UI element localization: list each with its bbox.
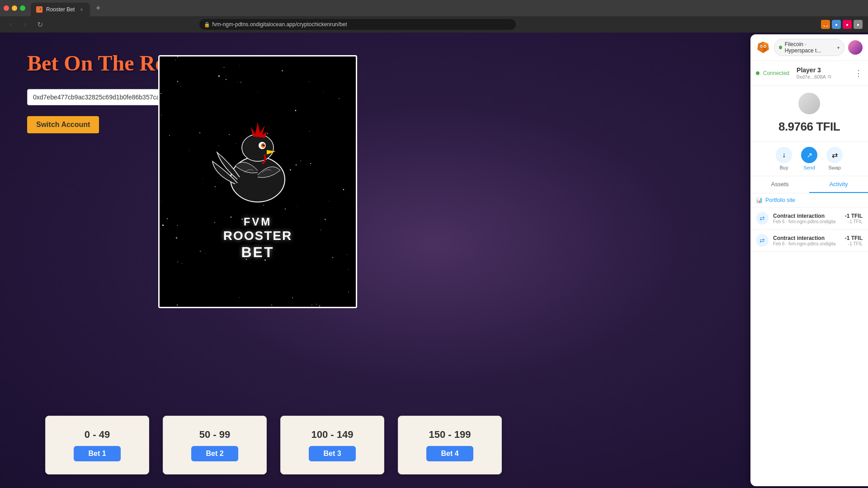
activity-subtitle-1: Feb 6 · fvm-ngm-pdtns.ondigita	[773, 219, 840, 224]
ext-icon-3[interactable]: ●	[854, 20, 863, 29]
list-item: ⇄ Contract interaction Feb 6 · fvm-ngm-p…	[750, 230, 868, 252]
ext-icon-1[interactable]: ●	[832, 20, 841, 29]
buy-icon: ↓	[776, 147, 792, 163]
bet-range-1: 0 - 49	[85, 429, 110, 441]
balance-avatar	[798, 93, 820, 114]
portfolio-link-text: Portfolio site	[765, 197, 795, 203]
bet-range-2: 50 - 99	[199, 429, 231, 441]
connected-label: Connected	[763, 70, 789, 76]
forward-button[interactable]: ›	[20, 19, 31, 30]
account-name: Player 3	[797, 66, 851, 74]
account-options-button[interactable]: ⋮	[854, 68, 863, 78]
page-area: Bet On The Rooster Switch Account	[0, 33, 750, 488]
activity-subtitle-2: Feb 6 · fvm-ngm-pdtns.ondigita	[773, 241, 840, 246]
swap-button[interactable]: ⇄ Swap	[826, 147, 843, 170]
swap-label: Swap	[828, 165, 841, 170]
bet-range-3: 100 - 149	[311, 429, 354, 441]
tab-activity[interactable]: Activity	[809, 176, 868, 193]
page-title: Bet On The Rooster	[27, 51, 723, 75]
reload-button[interactable]: ↻	[34, 19, 45, 30]
activity-list: ⇄ Contract interaction Feb 6 · fvm-ngm-p…	[750, 207, 868, 486]
send-label: Send	[803, 165, 815, 170]
metamask-ext-icon[interactable]: 🦊	[821, 20, 830, 29]
bet-card-1: 0 - 49 Bet 1	[45, 416, 149, 474]
buy-label: Buy	[780, 165, 788, 170]
activity-title-1: Contract interaction	[773, 213, 840, 219]
chart-icon: 📊	[756, 197, 763, 203]
buy-button[interactable]: ↓ Buy	[776, 147, 792, 170]
bet-card-4: 150 - 199 Bet 4	[398, 416, 502, 474]
svg-point-14	[764, 46, 765, 47]
metamask-fox-icon	[756, 40, 770, 55]
bet-button-4[interactable]: Bet 4	[426, 446, 473, 461]
switch-account-button[interactable]: Switch Account	[27, 116, 99, 133]
url-bar[interactable]: 🔒 fvm-ngm-pdtns.ondigitalocean.app/crypt…	[199, 19, 516, 30]
mm-tab-bar: Assets Activity	[750, 176, 868, 193]
network-name: Filecoin · Hyperspace t...	[785, 41, 835, 54]
portfolio-link[interactable]: 📊 Portfolio site	[750, 193, 868, 207]
bet-cards-container: 0 - 49 Bet 1 50 - 99 Bet 2 100 - 149 Bet…	[45, 416, 502, 474]
tab-label: Rooster Bet	[46, 6, 75, 13]
back-button[interactable]: ‹	[5, 19, 16, 30]
bet-button-3[interactable]: Bet 3	[309, 446, 355, 461]
minimize-window-button[interactable]	[12, 5, 17, 11]
main-content: Bet On The Rooster Switch Account	[0, 33, 868, 488]
tab-bar: 🐓 Rooster Bet × +	[0, 0, 868, 16]
ext-icon-2[interactable]: ●	[843, 20, 852, 29]
contract-interaction-icon-2: ⇄	[756, 234, 769, 247]
tab-assets[interactable]: Assets	[750, 176, 809, 193]
network-status-dot	[779, 46, 782, 49]
tab-favicon-icon: 🐓	[36, 6, 42, 13]
svg-point-5	[263, 144, 265, 146]
copy-address-icon[interactable]: ⧉	[828, 74, 831, 80]
address-input-container	[27, 89, 723, 105]
traffic-lights	[4, 5, 25, 11]
metamask-panel: Filecoin · Hyperspace t... ▾ Connected P…	[750, 34, 868, 486]
contract-interaction-icon: ⇄	[756, 212, 769, 225]
activity-info-1: Contract interaction Feb 6 · fvm-ngm-pdt…	[773, 213, 840, 224]
url-text: fvm-ngm-pdtns.ondigitalocean.app/cryptoc…	[212, 21, 347, 28]
account-address: 0xd7e...608A ⧉	[797, 74, 851, 80]
bet-range-4: 150 - 199	[429, 429, 471, 441]
rooster-svg	[208, 103, 307, 211]
svg-point-15	[761, 46, 762, 47]
browser-extensions: 🦊 ● ● ●	[821, 20, 863, 29]
bet-card-3: 100 - 149 Bet 3	[280, 416, 384, 474]
account-avatar-button[interactable]	[848, 40, 863, 55]
connected-dot	[756, 71, 760, 75]
tab-close-button[interactable]: ×	[78, 6, 85, 13]
rooster-image-text: FVM ROOSTER BET	[223, 216, 292, 261]
send-button[interactable]: ↗ Send	[801, 147, 817, 170]
action-buttons: ↓ Buy ↗ Send ⇄ Swap	[750, 141, 868, 176]
maximize-window-button[interactable]	[20, 5, 25, 11]
activity-amount-2: -1 TFIL -1 TFIL	[845, 235, 863, 246]
list-item: ⇄ Contract interaction Feb 6 · fvm-ngm-p…	[750, 207, 868, 230]
active-tab[interactable]: 🐓 Rooster Bet ×	[31, 3, 90, 16]
address-bar: ‹ › ↻ 🔒 fvm-ngm-pdtns.ondigitalocean.app…	[0, 16, 868, 33]
close-window-button[interactable]	[4, 5, 9, 11]
network-selector[interactable]: Filecoin · Hyperspace t... ▾	[774, 39, 844, 56]
bet-card-2: 50 - 99 Bet 2	[163, 416, 267, 474]
swap-icon: ⇄	[826, 147, 843, 163]
bet-button-2[interactable]: Bet 2	[191, 446, 238, 461]
activity-title-2: Contract interaction	[773, 235, 840, 241]
svg-point-6	[264, 144, 264, 145]
browser-chrome: 🐓 Rooster Bet × + ‹ › ↻ 🔒 fvm-ngm-pdtns.…	[0, 0, 868, 33]
lock-icon: 🔒	[204, 22, 210, 28]
metamask-header: Filecoin · Hyperspace t... ▾	[750, 34, 868, 61]
rooster-content: FVM ROOSTER BET	[208, 103, 307, 261]
new-tab-button[interactable]: +	[92, 2, 104, 14]
send-icon: ↗	[801, 147, 817, 163]
activity-amount-1: -1 TFIL -1 TFIL	[845, 213, 863, 224]
balance-amount: 8.9766 TFIL	[778, 120, 840, 134]
account-section: Connected Player 3 0xd7e...608A ⧉ ⋮	[750, 61, 868, 85]
svg-point-2	[242, 134, 274, 161]
activity-info-2: Contract interaction Feb 6 · fvm-ngm-pdt…	[773, 235, 840, 246]
chevron-down-icon: ▾	[837, 45, 840, 50]
bet-button-1[interactable]: Bet 1	[74, 446, 120, 461]
balance-section: 8.9766 TFIL	[750, 85, 868, 141]
rooster-image: FVM ROOSTER BET	[158, 55, 357, 308]
